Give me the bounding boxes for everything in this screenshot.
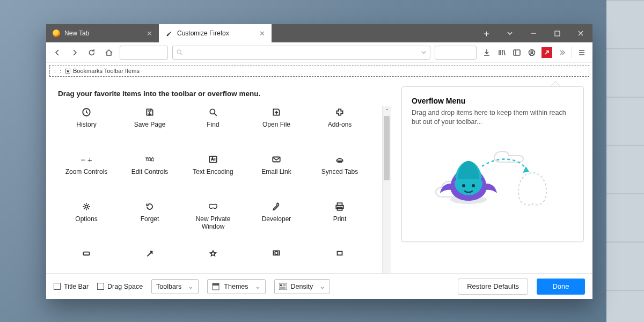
- svg-rect-22: [338, 252, 342, 255]
- toolbar-drop-slot[interactable]: [120, 46, 168, 60]
- edit-controls-icon: [145, 153, 155, 165]
- svg-point-4: [531, 50, 533, 53]
- reload-button[interactable]: [84, 45, 100, 61]
- zoom-controls-icon: − +: [80, 153, 92, 165]
- svg-point-9: [147, 157, 148, 158]
- done-button[interactable]: Done: [537, 279, 585, 295]
- svg-point-25: [472, 184, 475, 187]
- item-developer[interactable]: Developer: [247, 201, 306, 240]
- save-page-icon: [145, 106, 155, 118]
- find-icon: [208, 106, 218, 118]
- svg-rect-11: [151, 158, 153, 161]
- item-save-page[interactable]: Save Page: [120, 106, 179, 146]
- svg-point-24: [462, 184, 465, 187]
- item-text-encoding[interactable]: Text Encoding: [184, 153, 243, 193]
- item-peek[interactable]: [184, 248, 243, 273]
- star-icon: [65, 68, 71, 74]
- svg-rect-0: [555, 31, 560, 36]
- tab-strip: New Tab ✕ Customize Firefox ✕ ＋: [46, 24, 592, 42]
- titlebar-checkbox[interactable]: Title Bar: [54, 283, 89, 290]
- item-synced-tabs[interactable]: Synced Tabs: [310, 153, 369, 193]
- scroll-up-button[interactable]: ⌃: [383, 106, 391, 115]
- print-icon: [335, 201, 345, 213]
- window-maximize-button[interactable]: [545, 24, 569, 42]
- item-addons[interactable]: Add-ons: [310, 106, 369, 146]
- toolbar-drop-slot[interactable]: [435, 46, 477, 60]
- extension-button[interactable]: [539, 45, 554, 61]
- bookmarks-toolbar-dropzone[interactable]: ⋮⋮ Bookmarks Toolbar Items: [49, 65, 589, 77]
- restore-defaults-button[interactable]: Restore Defaults: [458, 279, 528, 295]
- overflow-button[interactable]: [554, 45, 569, 61]
- item-print[interactable]: Print: [310, 201, 369, 240]
- svg-rect-2: [514, 50, 520, 55]
- density-icon: [279, 283, 287, 290]
- item-forget[interactable]: Forget: [120, 201, 179, 240]
- themes-icon: [212, 283, 219, 290]
- window-close-button[interactable]: [569, 24, 592, 42]
- item-find[interactable]: Find: [184, 106, 243, 146]
- sidebar-button[interactable]: [509, 45, 524, 61]
- open-file-icon: [272, 106, 281, 118]
- search-icon: [176, 49, 183, 56]
- downloads-button[interactable]: [479, 45, 494, 61]
- themes-dropdown[interactable]: Themes ⌄: [207, 279, 265, 294]
- close-icon[interactable]: ✕: [147, 30, 152, 38]
- item-options[interactable]: Options: [57, 201, 116, 240]
- item-email-link[interactable]: Email Link: [247, 153, 306, 193]
- search-address-bar[interactable]: [172, 46, 430, 60]
- addons-icon: [335, 106, 345, 118]
- item-zoom-controls[interactable]: − + Zoom Controls: [57, 153, 116, 193]
- customize-items-grid: History Save Page Find Open File: [57, 106, 380, 273]
- new-tab-button[interactable]: ＋: [474, 24, 498, 42]
- vertical-scrollbar[interactable]: ⌃ ⌄: [382, 106, 391, 273]
- svg-point-7: [210, 109, 215, 114]
- svg-point-1: [177, 50, 181, 54]
- library-button[interactable]: [494, 45, 509, 61]
- overflow-desc: Drag and drop items here to keep them wi…: [412, 108, 574, 127]
- account-button[interactable]: [524, 45, 539, 61]
- hamburger-menu-button[interactable]: [574, 45, 589, 61]
- item-private-window[interactable]: New Private Window: [184, 201, 243, 240]
- text-encoding-icon: [208, 153, 218, 165]
- overflow-illustration: [412, 141, 574, 216]
- tab-label: New Tab: [64, 30, 89, 37]
- close-icon[interactable]: ✕: [259, 30, 265, 38]
- tab-customize-firefox[interactable]: Customize Firefox ✕: [159, 24, 272, 42]
- developer-icon: [272, 201, 281, 213]
- chevron-down-icon: ⌄: [319, 282, 325, 290]
- item-history[interactable]: History: [57, 106, 116, 146]
- overflow-title: Overflow Menu: [412, 97, 574, 105]
- drag-handle-icon: ⋮⋮: [52, 68, 63, 75]
- item-peek[interactable]: [310, 248, 369, 273]
- item-edit-controls[interactable]: Edit Controls: [120, 153, 179, 193]
- item-peek[interactable]: [57, 248, 116, 273]
- synced-tabs-icon: [335, 153, 345, 165]
- chevron-down-icon[interactable]: [421, 49, 427, 55]
- chevron-down-icon: ⌄: [255, 282, 261, 290]
- tab-new-tab[interactable]: New Tab ✕: [46, 24, 159, 42]
- dragspace-checkbox[interactable]: Drag Space: [97, 283, 143, 290]
- svg-rect-27: [213, 283, 219, 286]
- firefox-favicon: [53, 30, 60, 37]
- overflow-menu-panel[interactable]: Overflow Menu Drag and drop items here t…: [401, 86, 584, 270]
- item-open-file[interactable]: Open File: [247, 106, 306, 146]
- home-button[interactable]: [101, 45, 117, 61]
- item-peek[interactable]: [120, 248, 179, 273]
- svg-rect-10: [149, 158, 151, 160]
- instruction-text: Drag your favorite items into the toolba…: [58, 90, 391, 98]
- chevron-down-icon: ⌄: [188, 282, 194, 290]
- item-peek[interactable]: [247, 248, 306, 273]
- back-button[interactable]: [49, 45, 65, 61]
- svg-point-21: [275, 252, 278, 255]
- density-dropdown[interactable]: Density ⌄: [274, 279, 331, 294]
- toolbars-dropdown[interactable]: Toolbars ⌄: [151, 279, 199, 294]
- options-icon: [82, 201, 91, 213]
- customize-footer: Title Bar Drag Space Toolbars ⌄ Themes ⌄…: [46, 273, 592, 299]
- firefox-window: New Tab ✕ Customize Firefox ✕ ＋: [46, 24, 592, 299]
- scroll-thumb[interactable]: [384, 116, 390, 180]
- forward-button[interactable]: [67, 45, 83, 61]
- svg-point-15: [85, 205, 87, 208]
- nav-toolbar: [46, 42, 592, 63]
- tabs-dropdown-button[interactable]: [498, 24, 522, 42]
- window-minimize-button[interactable]: [522, 24, 545, 42]
